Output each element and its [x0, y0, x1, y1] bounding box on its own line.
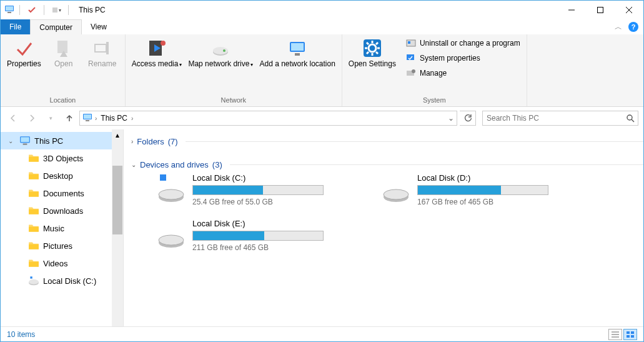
refresh-button[interactable]: [460, 111, 476, 126]
add-network-location-button[interactable]: Add a network location: [257, 37, 337, 69]
svg-rect-52: [30, 276, 32, 278]
uninstall-program-button[interactable]: Uninstall or change a program: [404, 37, 523, 49]
drive-item[interactable]: Local Disk (D:)167 GB free of 465 GB: [381, 173, 568, 206]
tab-view[interactable]: View: [82, 19, 116, 34]
tree-item-music[interactable]: Music: [1, 219, 112, 237]
folder-icon: [28, 205, 39, 216]
group-header-drives[interactable]: ⌄ Devices and drives (3): [131, 158, 643, 173]
drive-item[interactable]: Local Disk (C:)25.4 GB free of 55.0 GB: [156, 173, 344, 206]
ribbon: Properties Open Rename Location Access m…: [1, 34, 643, 107]
system-properties-button[interactable]: System properties: [404, 52, 523, 64]
svg-point-51: [29, 279, 39, 284]
tree-item-label: Local Disk (C:): [43, 276, 96, 286]
address-bar[interactable]: › This PC › ⌄: [79, 111, 457, 126]
minimize-button[interactable]: [557, 1, 586, 19]
breadcrumb-chevron[interactable]: ›: [131, 115, 133, 122]
recent-locations-button[interactable]: ▾: [43, 111, 58, 126]
group-header-folders[interactable]: › Folders (7): [131, 134, 643, 150]
sidebar-scrollbar[interactable]: ▴: [112, 129, 123, 326]
tree-item-3d-objects[interactable]: 3D Objects: [1, 149, 112, 167]
details-view-button[interactable]: [608, 329, 622, 340]
drive-name: Local Disk (E:): [192, 219, 344, 228]
drive-item[interactable]: Local Disk (E:)211 GB free of 465 GB: [156, 219, 344, 252]
qat-properties-button[interactable]: [25, 3, 39, 17]
svg-rect-42: [23, 144, 27, 145]
drive-capacity-bar: [417, 185, 548, 195]
chevron-down-icon[interactable]: ⌄: [8, 138, 13, 144]
map-network-drive-button[interactable]: Map network drive▾: [186, 37, 255, 69]
svg-rect-43: [29, 157, 39, 162]
folder-icon: [28, 188, 39, 199]
tree-item-documents[interactable]: Documents: [1, 184, 112, 202]
tab-computer[interactable]: Computer: [30, 19, 82, 34]
breadcrumb-root[interactable]: This PC: [99, 114, 129, 123]
svg-rect-31: [408, 41, 410, 44]
tree-item-downloads[interactable]: Downloads: [1, 202, 112, 219]
search-icon[interactable]: [623, 114, 638, 123]
open-settings-button[interactable]: Open Settings: [346, 37, 399, 69]
ribbon-group-location: Properties Open Rename Location: [1, 34, 126, 106]
svg-rect-10: [106, 42, 109, 54]
tree-item-pictures[interactable]: Pictures: [1, 237, 112, 254]
navigation-tree: ⌄This PC3D ObjectsDesktopDocumentsDownlo…: [1, 129, 112, 326]
properties-icon: [14, 38, 34, 58]
scroll-up-button[interactable]: ▴: [112, 129, 123, 141]
svg-rect-3: [52, 8, 57, 13]
drive-free-text: 25.4 GB free of 55.0 GB: [192, 198, 344, 206]
media-icon: [147, 38, 167, 58]
search-input[interactable]: [483, 114, 623, 123]
tab-file[interactable]: File: [1, 19, 30, 34]
svg-rect-70: [627, 331, 630, 334]
svg-rect-48: [29, 244, 39, 249]
hard-disk-icon: [156, 173, 186, 203]
manage-icon: [406, 68, 416, 78]
breadcrumb-chevron[interactable]: ›: [95, 115, 97, 122]
tree-item-label: 3D Objects: [43, 154, 83, 163]
folder-icon: [28, 153, 39, 164]
maximize-button[interactable]: [586, 1, 615, 19]
svg-rect-44: [29, 174, 39, 179]
manage-button[interactable]: Manage: [404, 67, 523, 79]
drive-name: Local Disk (D:): [417, 173, 568, 183]
svg-rect-47: [29, 227, 39, 232]
disk-icon: [28, 275, 39, 286]
scroll-thumb[interactable]: [112, 166, 122, 234]
this-pc-icon: [82, 113, 92, 124]
close-button[interactable]: [615, 1, 643, 19]
tree-item-this-pc[interactable]: ⌄This PC: [1, 132, 112, 149]
drive-free-text: 167 GB free of 465 GB: [417, 198, 568, 206]
chevron-down-icon: ▾: [250, 62, 253, 68]
svg-rect-19: [295, 53, 300, 56]
up-button[interactable]: [62, 111, 77, 126]
forward-button[interactable]: [24, 111, 39, 126]
svg-rect-45: [29, 192, 39, 197]
folder-icon: [28, 170, 39, 181]
back-button[interactable]: [6, 111, 21, 126]
help-button[interactable]: ?: [628, 22, 638, 32]
tiles-view-button[interactable]: [623, 329, 637, 340]
svg-point-13: [161, 41, 166, 46]
tree-item-desktop[interactable]: Desktop: [1, 167, 112, 184]
svg-point-15: [213, 47, 228, 54]
drive-name: Local Disk (C:): [192, 173, 344, 183]
svg-rect-37: [86, 120, 89, 121]
svg-rect-8: [57, 41, 67, 53]
network-location-icon: [287, 38, 307, 58]
collapse-ribbon-button[interactable]: ︿: [615, 22, 622, 33]
access-media-button[interactable]: Access media▾: [129, 37, 185, 69]
status-bar: 10 items: [1, 326, 643, 341]
qat-dropdown-button[interactable]: ▾: [49, 3, 63, 17]
network-drive-icon: [211, 38, 230, 58]
svg-line-29: [367, 52, 369, 54]
tree-item-label: Videos: [43, 259, 68, 268]
folder-icon: [28, 240, 39, 251]
svg-line-26: [367, 43, 369, 44]
address-dropdown-button[interactable]: ⌄: [448, 114, 454, 123]
drive-capacity-bar: [192, 185, 324, 195]
properties-button[interactable]: Properties: [4, 37, 44, 69]
ribbon-group-system: Open Settings Uninstall or change a prog…: [342, 34, 527, 106]
tree-item-videos[interactable]: Videos: [1, 254, 112, 272]
rename-button: Rename: [84, 37, 121, 69]
search-box[interactable]: [482, 111, 638, 126]
tree-item-local-disk-c-[interactable]: Local Disk (C:): [1, 272, 112, 289]
